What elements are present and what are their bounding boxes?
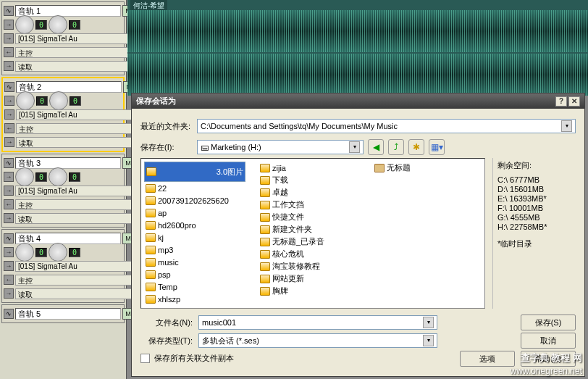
filename-value: music001	[202, 318, 236, 327]
pan-knob[interactable]	[49, 91, 68, 110]
folder-item[interactable]: 3.0图片	[144, 162, 245, 182]
track-name-input[interactable]	[15, 5, 121, 17]
volume-knob[interactable]	[15, 15, 34, 34]
folder-item[interactable]: music	[144, 256, 245, 268]
volume-value: 0	[35, 248, 47, 257]
item-label: hd2600pro	[158, 221, 196, 230]
chevron-down-icon[interactable]: ▾	[349, 141, 360, 153]
arrow-icon: →	[4, 20, 14, 30]
item-label: 无标题	[387, 162, 411, 173]
save-copies-checkbox[interactable]	[140, 354, 150, 363]
track-5[interactable]: ∿ M S R	[1, 304, 125, 323]
volume-knob[interactable]	[15, 243, 34, 262]
automation-dropdown[interactable]: 读取	[15, 288, 148, 299]
arrow-icon: →	[4, 33, 14, 43]
folder-item[interactable]: 淘宝装修教程	[259, 260, 360, 272]
item-label: 20073912026256​20	[158, 196, 229, 205]
folder-item[interactable]: hd2600pro	[144, 219, 245, 231]
save-in-dropdown[interactable]: 🖴 Marketing (H:) ▾	[197, 140, 364, 154]
pan-value: 0	[69, 248, 80, 257]
folder-item[interactable]: 卓越	[259, 186, 360, 199]
bus-dropdown[interactable]: 主控	[16, 123, 148, 134]
options-button[interactable]: 选项	[460, 351, 515, 367]
item-label: 下载	[272, 175, 288, 186]
save-session-dialog: 保存会话为 ? ✕ 最近的文件夹: C:\Documents and Setti…	[131, 93, 585, 377]
file-list[interactable]: 3.0图片2220073912026256​20aphd2600prokjmp3…	[140, 158, 485, 309]
waveform-area[interactable]: 何洁-希望	[127, 0, 588, 94]
folder-item[interactable]: ap	[144, 207, 245, 219]
cancel-button[interactable]: 取消	[521, 333, 576, 349]
track-name-input[interactable]	[15, 308, 121, 320]
item-label: 淘宝装修教程	[272, 261, 320, 272]
help-button[interactable]: 帮助(H)	[521, 351, 576, 367]
folder-item[interactable]: 22	[144, 182, 245, 194]
bus-dropdown[interactable]: 主控	[15, 199, 148, 210]
chevron-down-icon[interactable]: ▾	[423, 317, 434, 328]
output-dropdown[interactable]: [01S] SigmaTel Au	[15, 261, 148, 272]
folder-item[interactable]: 无标题_已录音	[259, 236, 360, 248]
dialog-titlebar[interactable]: 保存会话为 ? ✕	[132, 93, 584, 109]
filetype-dropdown[interactable]: 多轨会话 (*.ses) ▾	[198, 333, 437, 348]
up-one-level-icon[interactable]: ⤴	[388, 139, 404, 155]
folder-item[interactable]: 20073912026256​20	[144, 194, 245, 207]
bus-dropdown[interactable]: 主控	[15, 275, 148, 286]
view-menu-icon[interactable]: ▦▾	[429, 139, 445, 155]
chevron-down-icon[interactable]: ▾	[561, 120, 572, 132]
filename-input[interactable]: music001 ▾	[198, 315, 437, 330]
folder-item[interactable]: 无标题	[373, 162, 474, 174]
folder-icon	[260, 287, 270, 296]
new-folder-icon[interactable]: ✱	[408, 139, 424, 155]
track-1[interactable]: ∿ M S R → 0 0 →[01S] SigmaTel Au▸ ←主控▸ →…	[1, 1, 125, 75]
folder-item[interactable]: zijia	[259, 162, 360, 174]
folder-item[interactable]: 新建文件夹	[259, 223, 360, 236]
output-dropdown[interactable]: [01S] SigmaTel Au	[15, 186, 148, 196]
track-name-input[interactable]	[15, 233, 121, 244]
folder-item[interactable]: 工作文挡	[259, 199, 360, 211]
output-dropdown[interactable]: [015] SigmaTel Au	[16, 109, 148, 120]
help-button-icon[interactable]: ? ✕	[555, 96, 580, 107]
pan-knob[interactable]	[49, 15, 67, 34]
chevron-down-icon[interactable]: ▾	[423, 335, 434, 346]
item-label: 网站更新	[272, 273, 304, 284]
folder-item[interactable]: 网站更新	[259, 272, 360, 285]
folder-item[interactable]: mp3	[144, 243, 245, 256]
save-button[interactable]: 保存(S)	[521, 315, 576, 330]
back-icon[interactable]: ◀	[368, 139, 384, 155]
dialog-title: 保存会话为	[136, 96, 176, 107]
context-help-button[interactable]: ?	[555, 96, 567, 107]
automation-dropdown[interactable]: 读取	[15, 213, 148, 224]
recent-folder-dropdown[interactable]: C:\Documents and Settings\tq\My Document…	[197, 119, 576, 133]
folder-item[interactable]: 快捷文件	[259, 211, 360, 223]
track-3[interactable]: ∿ M S R → 0 0 →[01S] SigmaTel Au▸ ←主控▸ →…	[1, 154, 125, 228]
track-name-input[interactable]	[15, 157, 121, 169]
folder-item[interactable]: 核心危机	[259, 248, 360, 260]
folder-icon	[146, 258, 156, 267]
folder-item[interactable]: kj	[144, 231, 245, 243]
close-button[interactable]: ✕	[568, 96, 580, 107]
folder-icon	[146, 167, 156, 176]
folder-icon	[146, 246, 156, 254]
filetype-label: 保存类型(T):	[140, 336, 193, 346]
folder-item[interactable]: psp	[144, 268, 245, 280]
track-name-input[interactable]	[16, 81, 122, 93]
filetype-value: 多轨会话 (*.ses)	[202, 336, 259, 346]
item-label: ap	[158, 209, 167, 217]
pan-knob[interactable]	[49, 243, 67, 262]
folder-icon	[260, 176, 270, 185]
volume-knob[interactable]	[15, 167, 34, 186]
track-2[interactable]: ∿ M S R → 0 0 →[015] SigmaTel Au▸ ←主控▸ →…	[1, 77, 125, 152]
folder-item[interactable]: 下载	[259, 174, 360, 186]
automation-dropdown[interactable]: 读取	[16, 137, 148, 148]
folder-item[interactable]: xhlszp	[144, 293, 245, 305]
arrow-icon: →	[4, 137, 14, 147]
free-space-heading: 剩余空间:	[497, 160, 576, 171]
item-label: xhlszp	[158, 295, 180, 304]
volume-knob[interactable]	[16, 91, 35, 110]
folder-item[interactable]: 胸牌	[259, 285, 360, 297]
track-4[interactable]: ∿ M S R → 0 0 →[01S] SigmaTel Au▸ ←主控▸ →…	[1, 229, 125, 303]
arrow-icon: →	[4, 261, 14, 271]
folder-icon	[260, 201, 270, 209]
folder-item[interactable]: Temp	[144, 280, 245, 293]
pan-knob[interactable]	[49, 167, 67, 186]
arrow-icon: →	[4, 288, 14, 299]
